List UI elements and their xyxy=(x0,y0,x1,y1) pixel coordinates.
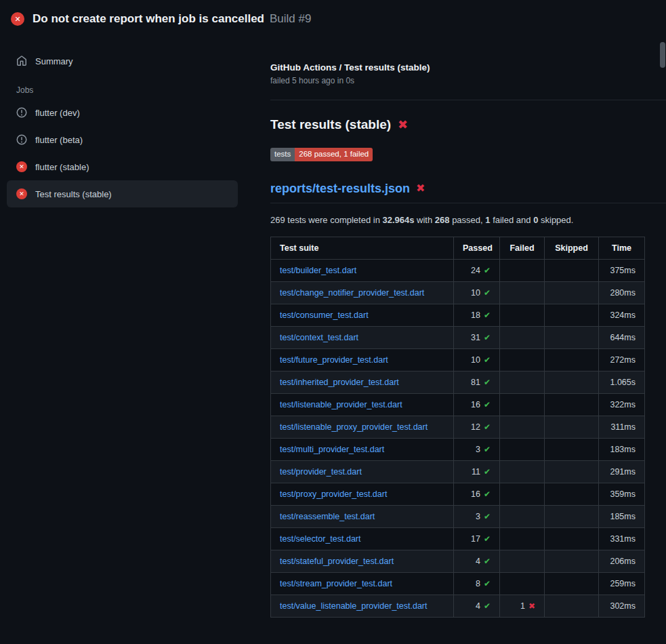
build-number: Build #9 xyxy=(270,12,311,26)
test-suite-link[interactable]: test/inherited_provider_test.dart xyxy=(280,378,399,387)
failed-cell xyxy=(500,438,545,460)
check-icon: ✔ xyxy=(484,534,491,544)
time-cell: 183ms xyxy=(599,438,645,460)
passed-cell: 4✔ xyxy=(454,550,500,572)
check-icon: ✔ xyxy=(484,445,491,454)
suite-cell: test/consumer_test.dart xyxy=(271,304,454,326)
table-row: test/inherited_provider_test.dart81✔1.06… xyxy=(271,371,645,393)
suite-cell: test/provider_test.dart xyxy=(271,460,454,483)
column-header: Time xyxy=(599,237,645,259)
sidebar: Summary Jobs flutter (dev) flutter (beta… xyxy=(0,38,244,207)
suite-cell: test/future_provider_test.dart xyxy=(271,348,454,371)
passed-cell: 4✔ xyxy=(454,595,500,617)
build-title: Do not create report when job is cancell… xyxy=(33,12,264,26)
check-icon: ✔ xyxy=(484,467,491,477)
jobs-heading: Jobs xyxy=(16,85,238,95)
test-suite-link[interactable]: test/builder_test.dart xyxy=(280,266,356,275)
time-cell: 185ms xyxy=(599,505,645,527)
table-row: test/stream_provider_test.dart8✔259ms xyxy=(271,572,645,595)
test-suite-link[interactable]: test/value_listenable_provider_test.dart xyxy=(280,601,428,611)
failed-cell xyxy=(500,550,545,572)
summary-text: skipped. xyxy=(538,215,573,225)
check-icon: ✔ xyxy=(484,355,491,365)
test-suite-link[interactable]: test/listenable_provider_test.dart xyxy=(280,400,402,409)
failed-cell xyxy=(500,460,545,483)
home-icon xyxy=(16,56,27,66)
table-row: test/builder_test.dart24✔375ms xyxy=(271,259,645,281)
passed-cell: 12✔ xyxy=(454,416,500,438)
skipped-cell xyxy=(545,304,599,326)
test-suite-link[interactable]: test/listenable_proxy_provider_test.dart xyxy=(280,422,428,432)
count-value: 8 xyxy=(476,579,480,588)
sidebar-item-flutter-stable[interactable]: ✕ flutter (stable) xyxy=(7,153,238,180)
neutral-status-icon xyxy=(16,107,27,118)
failed-x-icon: ✖ xyxy=(398,119,408,131)
test-suite-link[interactable]: test/provider_test.dart xyxy=(280,467,362,477)
results-table-head: Test suitePassedFailedSkippedTime xyxy=(271,237,645,259)
page-layout: Summary Jobs flutter (dev) flutter (beta… xyxy=(0,38,666,618)
check-icon: ✔ xyxy=(484,333,491,342)
table-header-row: Test suitePassedFailedSkippedTime xyxy=(271,237,645,259)
failed-x-icon: ✖ xyxy=(416,183,425,194)
github-checks-page: ✕ Do not create report when job is cance… xyxy=(0,0,666,618)
scrollbar-thumb[interactable] xyxy=(660,42,665,68)
suite-cell: test/listenable_provider_test.dart xyxy=(271,393,454,416)
column-header: Failed xyxy=(500,237,545,259)
section-title: Test results (stable) ✖ xyxy=(270,117,666,132)
job-label: Test results (stable) xyxy=(35,189,112,199)
count-value: 4 xyxy=(476,557,480,566)
report-link[interactable]: reports/test-results.json xyxy=(270,182,410,196)
sidebar-item-test-results[interactable]: ✕ Test results (stable) xyxy=(7,180,238,207)
test-suite-link[interactable]: test/stateful_provider_test.dart xyxy=(280,557,394,566)
test-suite-link[interactable]: test/context_test.dart xyxy=(280,333,358,342)
sidebar-item-flutter-beta[interactable]: flutter (beta) xyxy=(7,126,238,153)
suite-cell: test/change_notifier_provider_test.dart xyxy=(271,281,454,304)
time-cell: 359ms xyxy=(599,483,645,505)
check-icon: ✔ xyxy=(484,422,491,432)
failed-status-icon: ✕ xyxy=(16,188,27,199)
skipped-cell xyxy=(545,326,599,348)
report-heading: reports/test-results.json ✖ xyxy=(270,182,666,203)
suite-cell: test/proxy_provider_test.dart xyxy=(271,483,454,505)
summary-line: 269 tests were completed in 32.964s with… xyxy=(270,215,666,225)
summary-text: passed, xyxy=(450,215,486,225)
table-row: test/listenable_proxy_provider_test.dart… xyxy=(271,416,645,438)
column-header: Skipped xyxy=(545,237,599,259)
test-suite-link[interactable]: test/reassemble_test.dart xyxy=(280,512,375,521)
test-suite-link[interactable]: test/consumer_test.dart xyxy=(280,310,369,320)
test-suite-link[interactable]: test/proxy_provider_test.dart xyxy=(280,489,387,499)
badge-value: 268 passed, 1 failed xyxy=(295,148,373,161)
job-label: flutter (stable) xyxy=(35,162,89,172)
time-cell: 206ms xyxy=(599,550,645,572)
count-value: 3 xyxy=(476,445,480,454)
count-value: 1 xyxy=(520,601,525,611)
badge-label: tests xyxy=(270,148,295,161)
skipped-cell xyxy=(545,483,599,505)
table-row: test/context_test.dart31✔644ms xyxy=(271,326,645,348)
time-cell: 331ms xyxy=(599,527,645,550)
failed-cell xyxy=(500,326,545,348)
failed-cell: 1✖ xyxy=(500,595,545,617)
test-suite-link[interactable]: test/change_notifier_provider_test.dart xyxy=(280,288,424,298)
check-icon: ✔ xyxy=(484,579,491,588)
sidebar-item-flutter-dev[interactable]: flutter (dev) xyxy=(7,99,238,126)
test-suite-link[interactable]: test/multi_provider_test.dart xyxy=(280,445,384,454)
suite-cell: test/stateful_provider_test.dart xyxy=(271,550,454,572)
skipped-cell xyxy=(545,281,599,304)
skipped-cell xyxy=(545,348,599,371)
sidebar-item-summary[interactable]: Summary xyxy=(7,47,238,75)
time-cell: 280ms xyxy=(599,281,645,304)
test-suite-link[interactable]: test/future_provider_test.dart xyxy=(280,355,388,365)
test-suite-link[interactable]: test/stream_provider_test.dart xyxy=(280,579,392,588)
divider xyxy=(270,100,666,100)
time-cell: 375ms xyxy=(599,259,645,281)
passed-cell: 18✔ xyxy=(454,304,500,326)
failed-cell xyxy=(500,281,545,304)
time-cell: 291ms xyxy=(599,460,645,483)
count-value: 17 xyxy=(471,534,480,544)
count-value: 11 xyxy=(472,467,480,477)
suite-cell: test/reassemble_test.dart xyxy=(271,505,454,527)
test-suite-link[interactable]: test/selector_test.dart xyxy=(280,534,361,544)
failed-cell xyxy=(500,371,545,393)
column-header: Test suite xyxy=(271,237,454,259)
